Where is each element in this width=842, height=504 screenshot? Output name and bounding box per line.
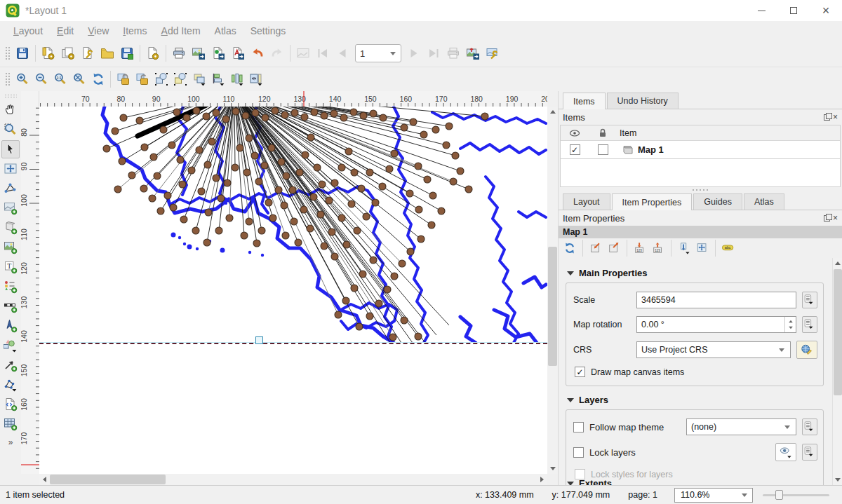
group-items-button[interactable]: [152, 70, 171, 89]
load-template-button[interactable]: [143, 43, 163, 63]
map-rotation-spinbox[interactable]: 0.00 °: [636, 316, 796, 333]
menu-atlas[interactable]: Atlas: [208, 23, 243, 39]
map-theme-combo[interactable]: (none): [686, 418, 796, 435]
add-north-arrow-button[interactable]: [1, 317, 20, 335]
zoom-slider-knob[interactable]: [775, 490, 783, 500]
extents-header[interactable]: Extents: [567, 478, 612, 485]
export-image-button[interactable]: [189, 43, 208, 63]
zoom-full-button[interactable]: [69, 70, 88, 89]
print-atlas-button[interactable]: [443, 43, 463, 63]
toolbar-grip[interactable]: [5, 72, 11, 86]
panel-splitter[interactable]: [559, 187, 842, 192]
scroll-down-arrow[interactable]: [547, 463, 558, 474]
add-html-button[interactable]: [1, 395, 20, 414]
minimize-button[interactable]: [745, 0, 777, 21]
close-panel-icon[interactable]: ×: [833, 214, 838, 222]
zoom-in-button[interactable]: [13, 70, 32, 89]
scroll-down-arrow[interactable]: [833, 475, 842, 485]
lock-items-button[interactable]: [114, 70, 133, 89]
add-picture-button[interactable]: [1, 238, 20, 257]
add-map-button[interactable]: [1, 199, 20, 217]
zoom-slider[interactable]: [763, 489, 829, 501]
update-map-preview-button[interactable]: [561, 240, 578, 257]
set-canvas-to-map-scale-button[interactable]: 123: [650, 240, 667, 257]
tab-atlas[interactable]: Atlas: [744, 193, 784, 210]
theme-data-defined-button[interactable]: [802, 418, 817, 435]
properties-scrollbar[interactable]: [832, 258, 842, 485]
menu-settings[interactable]: Settings: [244, 23, 293, 39]
scroll-up-arrow[interactable]: [547, 107, 558, 117]
toolbar-overflow-chevron[interactable]: »: [8, 437, 13, 447]
rotation-data-defined-button[interactable]: [802, 316, 817, 333]
scrollbar-thumb[interactable]: [834, 269, 842, 395]
add-label-button[interactable]: T: [1, 258, 20, 276]
menu-items[interactable]: Items: [116, 23, 153, 39]
lock-layers-data-defined-button[interactable]: [802, 444, 817, 461]
ungroup-items-button[interactable]: [171, 70, 189, 89]
export-pdf-button[interactable]: [228, 43, 248, 63]
save-project-button[interactable]: [13, 43, 32, 63]
redo-button[interactable]: [267, 43, 287, 63]
add-shape-dropdown[interactable]: [1, 336, 20, 355]
add-scalebar-button[interactable]: [1, 297, 20, 315]
add-3d-map-button[interactable]: [1, 219, 20, 237]
tab-guides[interactable]: Guides: [693, 193, 742, 210]
tab-items[interactable]: Items: [563, 93, 606, 109]
canvas-vertical-scrollbar[interactable]: [547, 107, 558, 474]
zoom-level-combo[interactable]: 110.6%: [674, 488, 753, 503]
add-legend-button[interactable]: [1, 278, 20, 296]
add-items-from-template-button[interactable]: [98, 43, 117, 63]
layout-canvas[interactable]: [39, 107, 547, 474]
export-svg-button[interactable]: [208, 43, 228, 63]
scrollbar-thumb[interactable]: [548, 247, 557, 366]
save-as-template-button[interactable]: [117, 43, 137, 63]
crs-combo[interactable]: Use Project CRS: [636, 341, 791, 358]
add-arrow-button[interactable]: [1, 356, 20, 374]
layout-manager-button[interactable]: [78, 43, 98, 63]
menu-edit[interactable]: Edit: [51, 23, 80, 39]
layers-header[interactable]: Layers: [567, 395, 835, 405]
duplicate-layout-button[interactable]: [58, 43, 78, 63]
scale-input[interactable]: 3465594: [636, 292, 796, 308]
spinbox-arrows[interactable]: [784, 317, 796, 332]
visible-layers-button[interactable]: [775, 443, 796, 461]
tab-layout[interactable]: Layout: [563, 193, 610, 210]
tab-undo-history[interactable]: Undo History: [607, 93, 679, 109]
main-properties-header[interactable]: Main Properties: [567, 268, 835, 278]
preview-atlas-button[interactable]: [293, 43, 313, 63]
set-map-scale-to-canvas-button[interactable]: 123: [632, 240, 648, 257]
scrollbar-thumb[interactable]: [50, 475, 166, 484]
toolbar-grip[interactable]: [4, 94, 17, 98]
atlas-settings-button[interactable]: [483, 43, 502, 63]
map-item[interactable]: [39, 107, 547, 343]
refresh-view-button[interactable]: [88, 70, 107, 89]
zoom-slider-track[interactable]: [763, 494, 829, 496]
scroll-left-arrow[interactable]: [39, 474, 50, 485]
previous-feature-button[interactable]: [333, 43, 352, 63]
scroll-up-arrow[interactable]: [833, 258, 842, 268]
close-button[interactable]: ×: [810, 0, 842, 21]
canvas-horizontal-scrollbar[interactable]: [39, 474, 547, 485]
distribute-items-dropdown[interactable]: [227, 70, 246, 89]
float-panel-icon[interactable]: [824, 215, 830, 222]
view-extent-in-canvas-button[interactable]: [606, 240, 622, 257]
menu-layout[interactable]: Layout: [7, 23, 49, 39]
menu-view[interactable]: View: [81, 23, 115, 39]
add-node-item-dropdown[interactable]: [1, 376, 20, 394]
maximize-button[interactable]: [777, 0, 810, 21]
map-resize-handle[interactable]: [255, 336, 263, 344]
menu-add-item[interactable]: Add Item: [155, 23, 207, 39]
raise-items-dropdown[interactable]: [189, 70, 208, 89]
undo-button[interactable]: [248, 43, 267, 63]
atlas-feature-combo[interactable]: 1: [355, 44, 401, 62]
float-panel-icon[interactable]: [824, 114, 830, 121]
draw-canvas-items-checkbox[interactable]: ✓: [575, 367, 585, 377]
follow-map-theme-checkbox[interactable]: [573, 422, 584, 433]
interactively-edit-extent-button[interactable]: [676, 240, 693, 257]
set-map-extent-to-canvas-button[interactable]: [587, 240, 604, 257]
table-row[interactable]: ✓ Map 1: [561, 141, 840, 158]
visibility-checkbox[interactable]: ✓: [570, 144, 580, 155]
unlock-all-button[interactable]: [133, 70, 152, 89]
lock-layers-checkbox[interactable]: [573, 447, 584, 458]
new-layout-button[interactable]: [39, 43, 58, 63]
